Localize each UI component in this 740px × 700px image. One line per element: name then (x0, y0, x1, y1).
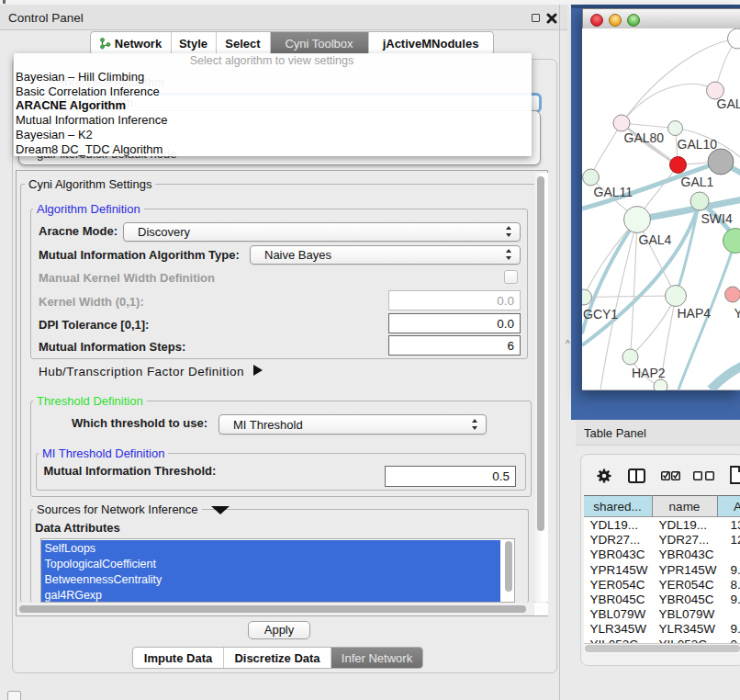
svg-text:GAL1: GAL1 (680, 175, 713, 189)
svg-text:Y: Y (734, 306, 740, 321)
svg-text:GAL4: GAL4 (638, 232, 671, 247)
svg-text:SWI4: SWI4 (701, 211, 732, 226)
svg-text:GAL80: GAL80 (623, 130, 664, 145)
svg-text:GCY1: GCY1 (583, 307, 618, 322)
svg-text:GAL11: GAL11 (593, 185, 633, 199)
svg-text:GAL7: GAL7 (716, 96, 740, 111)
svg-text:HAP4: HAP4 (677, 306, 711, 321)
svg-text:HAP2: HAP2 (632, 366, 666, 380)
svg-text:GAL10: GAL10 (677, 137, 717, 152)
